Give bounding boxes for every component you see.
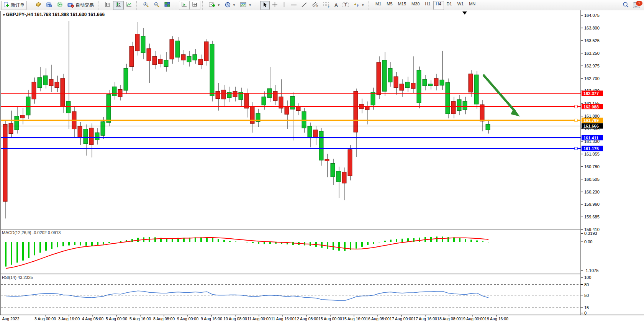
zoom-out-button[interactable] — [151, 1, 162, 10]
candle — [446, 83, 450, 114]
svg-text:11 Aug 16:00: 11 Aug 16:00 — [271, 316, 294, 321]
fibonacci-tool-button[interactable]: F — [321, 1, 332, 10]
candle — [61, 79, 65, 106]
vertical-line-tool-button[interactable] — [280, 1, 288, 10]
candle — [440, 80, 444, 85]
chevron-down-icon: ▼ — [249, 3, 252, 7]
timeframe-w1[interactable]: W1 — [455, 1, 467, 10]
search-icon[interactable] — [623, 2, 629, 9]
candlestick-chart-button[interactable] — [113, 1, 124, 10]
candle — [3, 125, 7, 202]
new-order-button[interactable]: 新订单 — [1, 1, 27, 10]
svg-text:4 Aug 08:00: 4 Aug 08:00 — [82, 316, 103, 321]
macd-bar — [154, 237, 156, 242]
candle — [9, 123, 13, 133]
candle — [198, 59, 203, 64]
templates-button[interactable]: ▼ — [238, 1, 254, 10]
horizontal-line-tool-button[interactable] — [288, 1, 299, 10]
text-tool-icon: A — [334, 2, 338, 8]
candle — [325, 159, 329, 161]
chevron-down-icon: ▼ — [233, 3, 236, 7]
macd-bar — [11, 242, 12, 265]
candle — [434, 79, 438, 86]
candle — [107, 95, 111, 123]
svg-text:163.800: 163.800 — [584, 26, 600, 30]
signals-button[interactable] — [54, 1, 65, 10]
bar-chart-button[interactable] — [102, 1, 113, 10]
candle — [158, 59, 162, 64]
macd-bar — [356, 242, 357, 249]
candle — [348, 149, 352, 175]
svg-text:161.666: 161.666 — [583, 124, 599, 128]
macd-bar — [384, 241, 386, 242]
text-label-tool-button[interactable]: T — [340, 1, 351, 10]
chart-profile-button[interactable] — [44, 1, 54, 10]
notification-badge: 1 — [636, 1, 642, 6]
svg-text:163.525: 163.525 — [584, 38, 600, 43]
timeframe-d1[interactable]: D1 — [444, 1, 455, 10]
chart-shift-button[interactable] — [190, 1, 200, 10]
macd-bar — [74, 242, 75, 245]
candle — [43, 76, 48, 85]
macd-bar — [327, 242, 328, 249]
auto-trading-button[interactable]: 自动交易 — [65, 1, 96, 10]
zoom-out-icon — [154, 2, 160, 9]
timeframe-m5[interactable]: M5 — [384, 1, 395, 10]
macd-bar — [80, 242, 81, 246]
candle — [101, 121, 105, 135]
zoom-in-button[interactable] — [141, 1, 151, 10]
macd-bar — [361, 242, 363, 247]
timeframe-m30[interactable]: M30 — [409, 1, 422, 10]
timeframe-mn[interactable]: MN — [466, 1, 478, 10]
macd-bar — [401, 239, 403, 242]
macd-bar — [120, 241, 121, 242]
macd-bar — [91, 242, 93, 246]
channel-icon: E — [312, 2, 318, 9]
macd-bar — [447, 237, 449, 242]
candle — [382, 60, 387, 91]
svg-text:3 Aug 00:00: 3 Aug 00:00 — [34, 316, 56, 321]
market-watch-button[interactable] — [33, 1, 44, 10]
candle — [469, 74, 473, 92]
auto-scroll-button[interactable] — [179, 1, 190, 10]
indicators-button[interactable]: ▼ — [206, 1, 223, 10]
trendline-icon — [302, 2, 307, 9]
macd-bar — [16, 242, 18, 262]
macd-bar — [338, 242, 340, 251]
macd-bar — [246, 242, 248, 242]
timeframe-h4[interactable]: H4 — [433, 1, 444, 10]
line-chart-icon — [126, 2, 132, 8]
candle — [181, 54, 185, 60]
macd-bar — [57, 242, 58, 247]
text-tool-button[interactable]: A — [332, 1, 340, 10]
macd-bar — [442, 236, 443, 242]
timeframe-m1[interactable]: M1 — [373, 1, 384, 10]
macd-bar — [470, 240, 472, 242]
signal-rings-icon — [57, 2, 63, 8]
timeframe-m15[interactable]: M15 — [395, 1, 409, 10]
chart-canvas[interactable]: 164.075163.800163.525163.250162.975162.7… — [0, 10, 644, 323]
tile-windows-button[interactable] — [162, 1, 173, 10]
crosshair-tool-button[interactable] — [270, 1, 280, 10]
separator — [136, 1, 139, 10]
macd-bar — [103, 242, 104, 244]
equidistant-channel-tool-button[interactable]: E — [310, 1, 321, 10]
timeframe-h1[interactable]: H1 — [422, 1, 433, 10]
arrows-tool-button[interactable]: ▼ — [351, 1, 367, 10]
line-chart-button[interactable] — [124, 1, 134, 10]
periods-button[interactable]: ▼ — [223, 1, 238, 10]
macd-bar — [367, 242, 369, 245]
candle — [486, 125, 490, 130]
zoom-in-icon — [143, 2, 149, 9]
cursor-tool-button[interactable] — [260, 1, 270, 10]
macd-bar — [419, 238, 420, 242]
macd-bar — [34, 242, 35, 255]
svg-text:3 Aug 16:00: 3 Aug 16:00 — [58, 316, 80, 321]
separator — [98, 1, 100, 10]
macd-bar — [68, 242, 70, 246]
chevron-down-icon: ▼ — [217, 3, 220, 7]
candle — [394, 77, 398, 88]
notifications-icon[interactable]: 1 — [633, 2, 640, 8]
trendline-tool-button[interactable] — [299, 1, 310, 10]
macd-bar — [373, 242, 374, 244]
